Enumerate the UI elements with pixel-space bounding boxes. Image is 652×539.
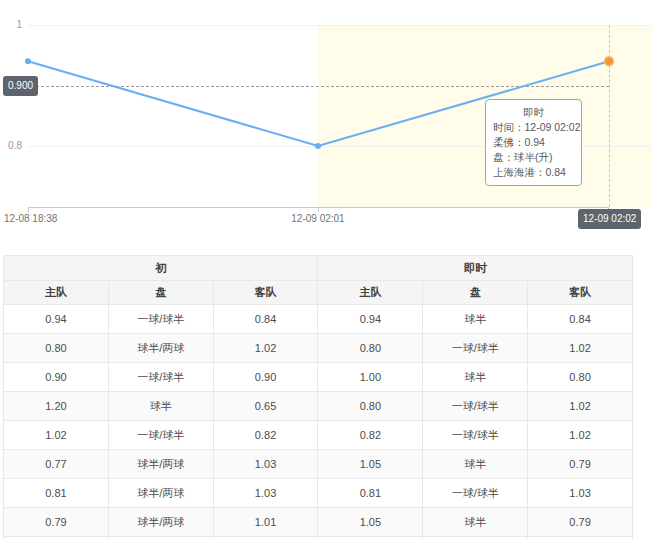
- column-header: 主队: [318, 281, 423, 305]
- y-axis-label-bottom: 0.8: [6, 140, 22, 151]
- odds-cell: 一球/球半: [108, 305, 213, 334]
- column-header: 盘: [108, 281, 213, 305]
- group-header-initial: 初: [4, 256, 318, 281]
- odds-cell: 1.02: [213, 334, 318, 363]
- table-row: 0.90一球/球半0.901.00球半0.80: [4, 363, 633, 392]
- chart-tooltip: 即时 时间：12-09 02:02 柔佛：0.94 盘：球半(升) 上海海港：0…: [485, 99, 582, 186]
- x-axis-badge-current: 12-09 02:02: [578, 209, 641, 229]
- odds-cell: 球半/两球: [108, 334, 213, 363]
- odds-cell: 球半/两球: [108, 508, 213, 537]
- odds-cell: 0.90: [213, 363, 318, 392]
- odds-cell: 0.94: [318, 305, 423, 334]
- odds-cell: 0.84: [528, 305, 633, 334]
- odds-cell: 球半: [423, 305, 528, 334]
- odds-trend-chart[interactable]: 1 0.8 0.900 12-08 18:38 12-09 02:01 12-0…: [0, 0, 652, 240]
- table-row: 1.02一球/球半0.820.82一球/球半1.02: [4, 421, 633, 450]
- odds-cell: 1.02: [528, 334, 633, 363]
- table-row: 0.94一球/球半0.840.94球半0.84: [4, 305, 633, 334]
- odds-cell: 1.05: [318, 450, 423, 479]
- odds-cell: 0.65: [213, 392, 318, 421]
- tooltip-title: 即时: [493, 105, 574, 120]
- odds-cell: 一球/球半: [423, 392, 528, 421]
- odds-cell: 0.81: [318, 479, 423, 508]
- column-header: 盘: [423, 281, 528, 305]
- column-header: 客队: [213, 281, 318, 305]
- table-row: 0.80球半/两球1.020.80一球/球半1.02: [4, 334, 633, 363]
- data-point-marker: [315, 143, 321, 149]
- odds-cell: 0.77: [4, 450, 109, 479]
- odds-cell: 0.80: [318, 392, 423, 421]
- odds-cell: 球半/两球: [108, 450, 213, 479]
- tooltip-time: 时间：12-09 02:02: [493, 120, 574, 135]
- odds-cell: 0.84: [213, 305, 318, 334]
- odds-cell: 0.81: [4, 479, 109, 508]
- table-row: 0.79球半/两球1.011.05球半0.79: [4, 508, 633, 537]
- odds-cell: 球半: [423, 450, 528, 479]
- odds-cell: 1.03: [213, 450, 318, 479]
- x-axis-label-mid: 12-09 02:01: [285, 213, 351, 224]
- odds-cell: 一球/球半: [108, 421, 213, 450]
- column-header: 主队: [4, 281, 109, 305]
- odds-cell: 1.03: [528, 479, 633, 508]
- data-point-marker: [25, 58, 31, 64]
- table-column-row: 主队盘客队主队盘客队: [4, 281, 633, 305]
- odds-cell: 0.79: [528, 508, 633, 537]
- odds-cell: 0.79: [528, 450, 633, 479]
- odds-cell: 1.20: [4, 392, 109, 421]
- odds-cell: 1.02: [528, 421, 633, 450]
- odds-cell: 0.82: [318, 421, 423, 450]
- table-row: 1.20球半0.650.80一球/球半1.02: [4, 392, 633, 421]
- odds-cell: 球半: [423, 363, 528, 392]
- group-header-live: 即时: [318, 256, 633, 281]
- table-group-row: 初即时: [4, 256, 633, 281]
- current-point-marker: [605, 57, 614, 66]
- y-value-badge: 0.900: [3, 76, 38, 96]
- x-axis-label-start: 12-08 18:38: [4, 213, 57, 224]
- tooltip-away-odds: 上海海港：0.84: [493, 165, 574, 180]
- odds-cell: 0.94: [4, 305, 109, 334]
- odds-cell: 球半/两球: [108, 479, 213, 508]
- odds-cell: 1.02: [4, 421, 109, 450]
- odds-cell: 0.80: [528, 363, 633, 392]
- odds-cell: 1.00: [318, 363, 423, 392]
- odds-cell: 0.80: [318, 334, 423, 363]
- odds-cell: 0.90: [4, 363, 109, 392]
- tooltip-handicap: 盘：球半(升): [493, 150, 574, 165]
- odds-cell: 一球/球半: [423, 479, 528, 508]
- odds-cell: 球半: [108, 392, 213, 421]
- odds-cell: 球半: [423, 508, 528, 537]
- odds-cell: 0.79: [4, 508, 109, 537]
- odds-cell: 1.01: [213, 508, 318, 537]
- odds-cell: 一球/球半: [108, 363, 213, 392]
- table-row: 0.81球半/两球1.030.81一球/球半1.03: [4, 479, 633, 508]
- table-body: 0.94一球/球半0.840.94球半0.840.80球半/两球1.020.80…: [4, 305, 633, 539]
- odds-cell: 0.80: [4, 334, 109, 363]
- tooltip-home-odds: 柔佛：0.94: [493, 135, 574, 150]
- odds-cell: 1.05: [318, 508, 423, 537]
- odds-cell: 1.02: [528, 392, 633, 421]
- odds-cell: 一球/球半: [423, 421, 528, 450]
- odds-cell: 0.82: [213, 421, 318, 450]
- table-row: 0.77球半/两球1.031.05球半0.79: [4, 450, 633, 479]
- odds-cell: 一球/球半: [423, 334, 528, 363]
- y-axis-label-top: 1: [8, 19, 22, 30]
- column-header: 客队: [528, 281, 633, 305]
- odds-cell: 1.03: [213, 479, 318, 508]
- handicap-odds-table: 初即时 主队盘客队主队盘客队 0.94一球/球半0.840.94球半0.840.…: [3, 255, 633, 539]
- odds-table-wrapper: 初即时 主队盘客队主队盘客队 0.94一球/球半0.840.94球半0.840.…: [3, 255, 652, 539]
